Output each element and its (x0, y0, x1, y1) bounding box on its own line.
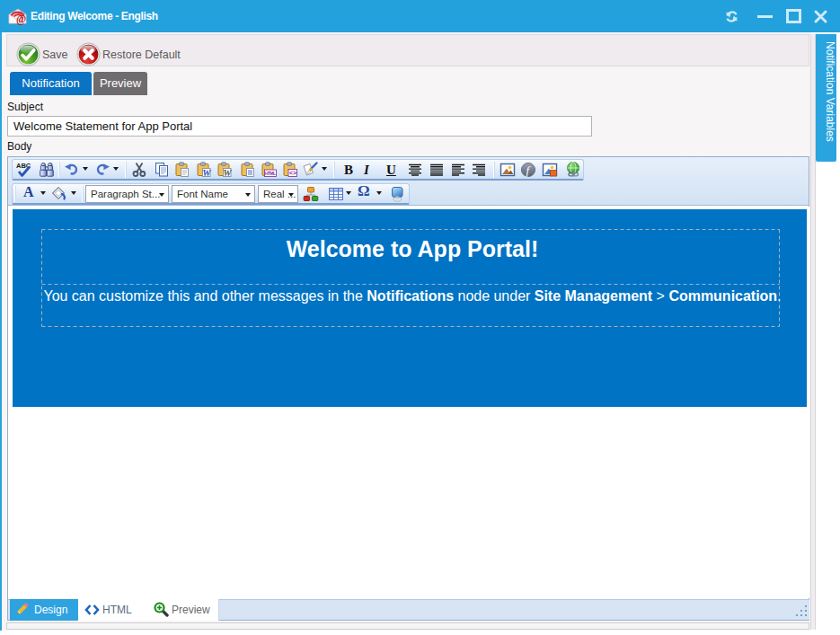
svg-text:@: @ (16, 13, 26, 25)
svg-text:HTML: HTML (265, 172, 276, 176)
svg-text:<>: <> (289, 170, 296, 176)
svg-text:W: W (223, 168, 232, 178)
svg-text:W: W (202, 168, 211, 178)
